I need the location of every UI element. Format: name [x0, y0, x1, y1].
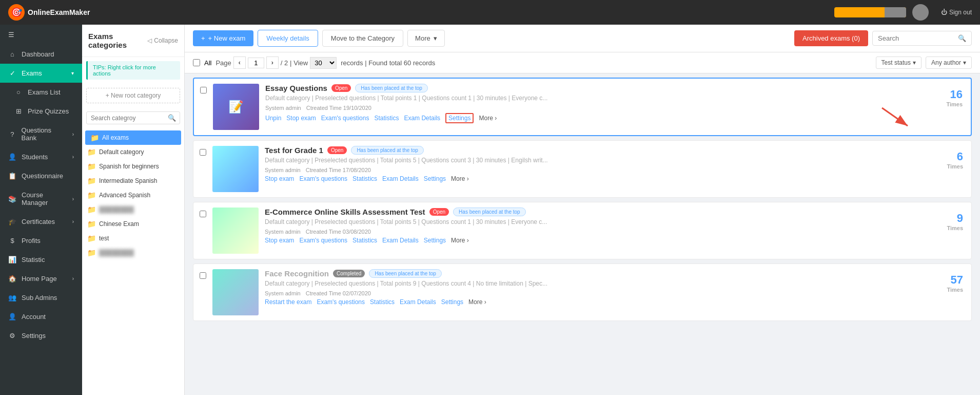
- category-item-blurred1[interactable]: 📁 ████████: [82, 202, 184, 217]
- sidebar: ☰ ⌂ Dashboard ✓ Exams ▾ ○ Exams List ⊞ P…: [0, 25, 82, 395]
- sidebar-item-exams-list[interactable]: ○ Exams List: [0, 83, 82, 102]
- per-page-select[interactable]: 30 50 100: [310, 57, 337, 69]
- sidebar-item-certificates[interactable]: 🎓 Certificates ›: [0, 212, 82, 231]
- sidebar-label-questions-bank: Questions Bank: [22, 126, 67, 142]
- exam-questions-action-2[interactable]: Exam's questions: [299, 175, 347, 182]
- exam-questions-action-3[interactable]: Exam's questions: [299, 237, 347, 244]
- thumb-ecommerce-img: [212, 208, 259, 254]
- next-page-button[interactable]: ›: [266, 57, 279, 69]
- more-action-3[interactable]: More ›: [451, 237, 469, 244]
- settings-action-2[interactable]: Settings: [424, 175, 446, 182]
- exam-footer-2: System admin Ctreated Time 17/08/2020: [265, 167, 935, 173]
- test-status-label: Test status: [881, 59, 911, 66]
- select-all-checkbox[interactable]: [193, 59, 200, 66]
- exam-details-action-1[interactable]: Exam Details: [404, 115, 440, 122]
- stop-exam-action-2[interactable]: Stop exam: [265, 175, 294, 182]
- exam-checkbox-2[interactable]: [193, 141, 212, 197]
- exam-meta-1: Default category | Preselected questions…: [265, 95, 935, 102]
- weekly-details-button[interactable]: Weekly details: [258, 30, 318, 47]
- category-item-chinese-exam[interactable]: 📁 Chinese Exam: [82, 217, 184, 231]
- category-search-input[interactable]: [91, 115, 168, 122]
- exam-select-1[interactable]: [200, 87, 207, 93]
- sidebar-item-questionnaire[interactable]: 📋 Questionnaire: [0, 166, 82, 185]
- progress-bar: [834, 7, 906, 17]
- category-label-chinese: Chinese Exam: [99, 220, 139, 228]
- more-action-4[interactable]: More ›: [468, 298, 486, 306]
- signout-button[interactable]: ⏻ Sign out: [941, 9, 972, 16]
- exam-select-2[interactable]: [200, 149, 206, 156]
- sidebar-item-account[interactable]: 👤 Account: [0, 307, 82, 326]
- move-to-category-button[interactable]: Move to the Category: [322, 30, 403, 47]
- new-root-category-button[interactable]: + New root category: [86, 88, 180, 103]
- statistic-icon: 📊: [8, 256, 16, 264]
- plus-icon: +: [201, 34, 205, 42]
- sidebar-item-prize-quizzes[interactable]: ⊞ Prize Quizzes: [0, 102, 82, 121]
- exam-footer-4: System admin Ctreated Time 02/07/2020: [265, 290, 935, 296]
- more-button[interactable]: More ▾: [407, 30, 445, 47]
- thumb-essay-img: 📝: [213, 84, 259, 130]
- settings-action-3[interactable]: Settings: [424, 237, 446, 244]
- sidebar-item-home-page[interactable]: 🏠 Home Page ›: [0, 269, 82, 288]
- search-input[interactable]: [878, 34, 955, 42]
- category-item-spanish-beginners[interactable]: 📁 Spanish for beginners: [82, 159, 184, 174]
- folder-icon-test: 📁: [87, 234, 96, 242]
- category-label-advanced: Advanced Spanish: [99, 192, 150, 199]
- stop-exam-action-3[interactable]: Stop exam: [265, 237, 294, 244]
- category-item-default[interactable]: 📁 Default category: [82, 145, 184, 159]
- sidebar-item-profits[interactable]: $ Profits: [0, 231, 82, 250]
- sidebar-label-certificates: Certificates: [22, 218, 55, 225]
- sidebar-item-questions-bank[interactable]: ? Questions Bank ›: [0, 121, 82, 147]
- stop-exam-action-1[interactable]: Stop exam: [286, 115, 316, 122]
- more-action-2[interactable]: More ›: [451, 175, 469, 182]
- more-action-1[interactable]: More ›: [479, 115, 497, 122]
- exam-checkbox-1[interactable]: [194, 79, 213, 135]
- category-item-test[interactable]: 📁 test: [82, 231, 184, 246]
- search-box[interactable]: 🔍: [872, 31, 972, 46]
- exam-thumb-2: [212, 146, 259, 192]
- statistics-action-2[interactable]: Statistics: [352, 175, 377, 182]
- category-item-all-exams[interactable]: 📁 All exams: [85, 130, 181, 145]
- exam-select-4[interactable]: [200, 272, 206, 279]
- restart-exam-action[interactable]: Restart the exam: [265, 298, 311, 306]
- category-item-intermediate-spanish[interactable]: 📁 Intermediate Spanish: [82, 174, 184, 188]
- statistics-action-4[interactable]: Statistics: [370, 298, 395, 306]
- menu-toggle[interactable]: ☰: [0, 25, 82, 45]
- exam-checkbox-3[interactable]: [193, 202, 212, 259]
- exam-details-action-2[interactable]: Exam Details: [382, 175, 419, 182]
- category-label-intermediate: Intermediate Spanish: [99, 177, 157, 184]
- statistics-action-1[interactable]: Statistics: [374, 115, 399, 122]
- sidebar-item-settings[interactable]: ⚙ Settings: [0, 326, 82, 345]
- category-item-blurred2[interactable]: 📁 ████████: [82, 246, 184, 260]
- sidebar-label-home-page: Home Page: [22, 275, 57, 283]
- settings-action-4[interactable]: Settings: [441, 298, 463, 306]
- unpin-action[interactable]: Unpin: [265, 115, 281, 122]
- statistics-action-3[interactable]: Statistics: [352, 237, 377, 244]
- exam-checkbox-4[interactable]: [193, 264, 212, 321]
- sidebar-item-statistic[interactable]: 📊 Statistic: [0, 250, 82, 269]
- exam-details-action-3[interactable]: Exam Details: [382, 237, 419, 244]
- sidebar-item-sub-admins[interactable]: 👥 Sub Admins: [0, 288, 82, 307]
- new-exam-button[interactable]: + + New exam: [193, 30, 253, 46]
- sidebar-item-dashboard[interactable]: ⌂ Dashboard: [0, 45, 82, 64]
- exam-count-3: 9 Times: [935, 202, 971, 259]
- collapse-button[interactable]: ◁ Collapse: [147, 37, 178, 44]
- page-input[interactable]: [248, 58, 264, 68]
- move-label: Move to the Category: [331, 34, 395, 42]
- prev-page-button[interactable]: ‹: [233, 57, 246, 69]
- sidebar-label-prize-quizzes: Prize Quizzes: [28, 107, 69, 115]
- archived-exams-button[interactable]: Archived exams (0): [794, 30, 868, 46]
- sidebar-item-students[interactable]: 👤 Students ›: [0, 147, 82, 166]
- account-icon: 👤: [8, 313, 16, 321]
- exam-questions-action-1[interactable]: Exam's questions: [321, 115, 369, 122]
- settings-action-1[interactable]: Settings: [445, 113, 474, 123]
- category-search-box[interactable]: 🔍: [86, 111, 180, 124]
- exam-select-3[interactable]: [200, 211, 206, 217]
- sidebar-item-exams[interactable]: ✓ Exams ▾: [0, 64, 82, 83]
- sidebar-item-course-manager[interactable]: 📚 Course Manager ›: [0, 185, 82, 212]
- exam-card-face-recognition: Face Recognition Completed Has been plac…: [193, 264, 972, 321]
- exam-details-action-4[interactable]: Exam Details: [400, 298, 436, 306]
- category-item-advanced-spanish[interactable]: 📁 Advanced Spanish: [82, 188, 184, 202]
- any-author-filter[interactable]: Any author ▾: [926, 57, 972, 69]
- exam-questions-action-4[interactable]: Exam's questions: [317, 298, 365, 306]
- test-status-filter[interactable]: Test status ▾: [876, 57, 922, 69]
